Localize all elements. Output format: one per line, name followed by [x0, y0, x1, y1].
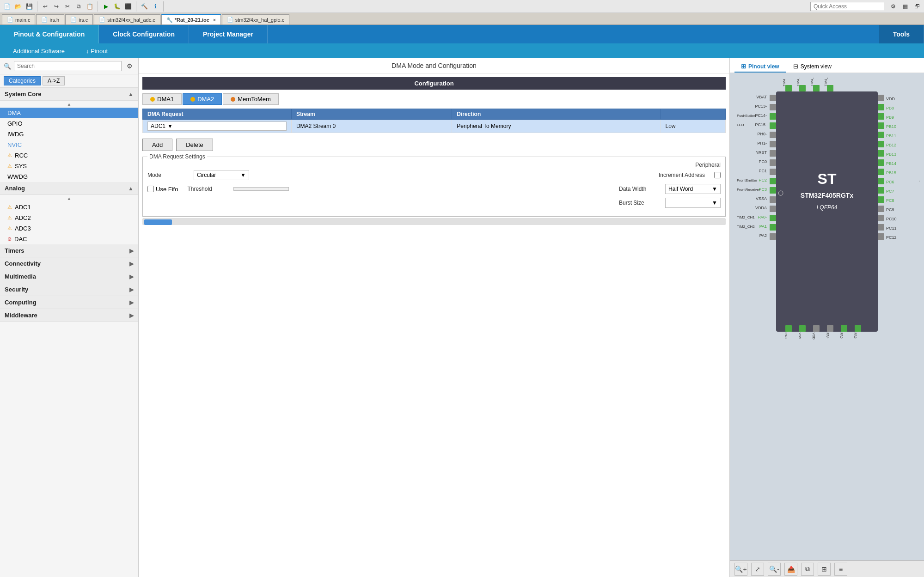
pin-vdd: VDD	[886, 97, 895, 101]
rcc-label: RCC	[15, 152, 28, 159]
memtomem-tab[interactable]: MemToMem	[223, 93, 279, 105]
bot-pin-2	[799, 325, 806, 332]
delete-button[interactable]: Delete	[176, 139, 213, 151]
save-btn[interactable]: 💾	[24, 1, 34, 12]
adc-dropdown[interactable]: ADC1 ▼	[147, 121, 287, 131]
cut-btn[interactable]: ✂	[62, 1, 73, 12]
export-btn[interactable]: 📤	[784, 563, 797, 576]
nav-clock-config[interactable]: Clock Configuration	[99, 25, 189, 43]
sidebar-item-adc3[interactable]: ⚠ ADC3	[0, 223, 138, 234]
section-computing[interactable]: Computing ▶	[0, 296, 138, 309]
split-view-btn[interactable]: ⧉	[801, 563, 814, 576]
data-width-chevron-icon: ▼	[712, 186, 717, 192]
config-section: Configuration	[142, 77, 726, 90]
pin-pb14: PB14	[886, 161, 896, 166]
nav-pinout-config[interactable]: Pinout & Configuration	[0, 25, 99, 43]
zoom-out-btn[interactable]: 🔍-	[768, 563, 781, 576]
new-file-btn[interactable]: 📄	[2, 1, 12, 12]
search-input[interactable]	[14, 61, 122, 71]
quick-access-input[interactable]	[810, 2, 884, 11]
section-middleware[interactable]: Middleware ▶	[0, 309, 138, 322]
open-file-btn[interactable]: 📂	[13, 1, 23, 12]
bot-pin-3	[813, 325, 820, 332]
nav-tools[interactable]: Tools	[879, 25, 924, 43]
undo-btn[interactable]: ↩	[40, 1, 50, 12]
tab-irs-c[interactable]: 📄 irs.c	[65, 14, 93, 24]
sidebar-item-adc2[interactable]: ⚠ ADC2	[0, 213, 138, 223]
col-dma-request: DMA Request	[143, 109, 292, 120]
cat-tab-categories[interactable]: Categories	[4, 76, 41, 85]
pin-box-pc2	[770, 178, 776, 184]
section-connectivity[interactable]: Connectivity ▶	[0, 257, 138, 270]
tab-irs-h[interactable]: 📄 irs.h	[36, 14, 64, 24]
add-button[interactable]: Add	[142, 139, 172, 151]
sidebar-item-dac[interactable]: ⊘ DAC	[0, 234, 138, 244]
sidebar-item-gpio[interactable]: GPIO	[0, 118, 138, 129]
subnav-pinout[interactable]: ↓ Pinout	[82, 46, 111, 56]
window-btn[interactable]: 🗗	[912, 1, 922, 12]
chevron-down-icon: ▲	[128, 91, 134, 97]
subnav-additional-software[interactable]: Additional Software	[9, 46, 68, 56]
main-toolbar: 📄 📂 💾 ↩ ↪ ✂ ⧉ 📋 ▶ 🐛 ⬛ 🔨 ℹ ⚙ ▦ 🗗	[0, 0, 924, 13]
sidebar-item-adc1[interactable]: ⚠ ADC1	[0, 202, 138, 213]
section-multimedia[interactable]: Multimedia ▶	[0, 270, 138, 283]
info-btn[interactable]: ℹ	[150, 1, 160, 12]
pin-box-pa1	[770, 224, 776, 231]
section-system-core[interactable]: System Core ▲	[0, 88, 138, 101]
section-analog[interactable]: Analog ▲	[0, 182, 138, 195]
tab-close-icon[interactable]: ×	[213, 18, 216, 23]
tab-main-c[interactable]: 📄 main.c	[2, 14, 35, 24]
sidebar-item-iwdg[interactable]: IWDG	[0, 129, 138, 140]
redo-btn[interactable]: ↪	[51, 1, 61, 12]
section-middleware-label: Middleware	[5, 312, 37, 319]
build-btn[interactable]: 🔨	[139, 1, 149, 12]
section-timers[interactable]: Timers ▶	[0, 244, 138, 257]
system-view-tab[interactable]: ⊟ System view	[787, 61, 838, 73]
mode-select[interactable]: Circular ▼	[194, 170, 249, 180]
sidebar-item-rcc[interactable]: ⚠ RCC	[0, 150, 138, 161]
top-label-tim4-4: TIM4_	[824, 78, 828, 86]
nav-project-manager[interactable]: Project Manager	[189, 25, 268, 43]
bottom-toolbar: 🔍+ ⤢ 🔍- 📤 ⧉ ⊞ ≡	[730, 560, 924, 577]
use-fifo-checkbox[interactable]	[147, 186, 154, 192]
sidebar-item-wwdg[interactable]: WWDG	[0, 171, 138, 182]
tab-ioc[interactable]: 🔧 *Rat_20-21.ioc ×	[161, 14, 221, 24]
list-btn[interactable]: ≡	[834, 563, 847, 576]
data-width-value: Half Word	[668, 186, 693, 192]
dma2-tab[interactable]: DMA2	[183, 93, 222, 105]
sidebar-item-dma[interactable]: DMA	[0, 108, 138, 118]
settings-icon-btn[interactable]: ⚙	[888, 1, 898, 12]
sidebar-item-sys[interactable]: ⚠ SYS	[0, 161, 138, 171]
mode-chevron-icon: ▼	[240, 172, 246, 178]
increment-address-checkbox[interactable]	[714, 172, 721, 178]
grid-view-btn[interactable]: ▦	[900, 1, 910, 12]
pinout-view-tab[interactable]: ⊞ Pinout view	[734, 61, 786, 73]
iwdg-label: IWDG	[7, 131, 24, 138]
data-width-select[interactable]: Half Word ▼	[665, 184, 721, 194]
grid-btn[interactable]: ⊞	[818, 563, 831, 576]
scroll-thumb[interactable]	[144, 219, 172, 225]
zoom-in-btn[interactable]: 🔍+	[734, 563, 747, 576]
paste-btn[interactable]: 📋	[85, 1, 95, 12]
tab-irs-h-label: irs.h	[49, 17, 59, 23]
tab-hal-gpio[interactable]: 📄 stm32f4xx_hal_gpio.c	[222, 14, 289, 24]
copy-btn[interactable]: ⧉	[73, 1, 84, 12]
stop-btn[interactable]: ⬛	[123, 1, 133, 12]
data-width-label: Data Width	[619, 186, 656, 192]
ioc-file-icon: 🔧	[166, 17, 173, 23]
cat-tab-az[interactable]: A->Z	[43, 76, 65, 85]
fit-view-btn[interactable]: ⤢	[751, 563, 764, 576]
table-row[interactable]: ADC1 ▼ DMA2 Stream 0 Peripheral To Memor…	[143, 120, 726, 133]
main-content-panel: DMA Mode and Configuration Configuration…	[139, 58, 730, 577]
sidebar-settings-btn[interactable]: ⚙	[124, 61, 135, 71]
tab-hal-adc[interactable]: 📄 stm32f4xx_hal_adc.c	[94, 14, 160, 24]
bot-label-pa3: PA3	[784, 333, 788, 339]
sidebar-item-nvic[interactable]: NVIC	[0, 140, 138, 150]
dma1-tab[interactable]: DMA1	[142, 93, 182, 105]
debug-btn[interactable]: 🐛	[112, 1, 122, 12]
section-security[interactable]: Security ▶	[0, 283, 138, 296]
chip-view: VBAT PC13- PC14- PC15- PH0- PH1- NRST PC…	[730, 73, 924, 560]
run-btn[interactable]: ▶	[101, 1, 111, 12]
burst-size-select[interactable]: ▼	[665, 198, 721, 208]
horizontal-scrollbar[interactable]	[142, 219, 726, 225]
